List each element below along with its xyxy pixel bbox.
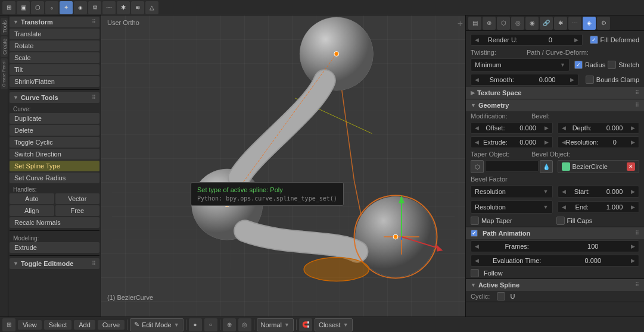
rp-icon-1[interactable]: ▤ [468,17,481,30]
bevel-object-field[interactable]: BezierCircle ✕ [558,160,640,173]
scale-btn[interactable]: Scale [10,52,99,63]
extrude-btn[interactable]: Extrude [10,242,99,253]
free-btn[interactable]: Free [55,205,100,216]
eval-time-field[interactable]: ◀ Evaluation Time: 0.000 ▶ [471,255,639,267]
transform-header[interactable]: ▼ Transform ⠿ [10,17,99,27]
translate-btn[interactable]: Translate [10,29,99,39]
toggle-cyclic-btn[interactable]: Toggle Cyclic [10,137,99,148]
path-anim-checkbox[interactable] [471,230,478,237]
duplicate-btn[interactable]: Duplicate [10,113,99,124]
top-icon-surface[interactable]: ▣ [17,1,30,14]
rp-icon-2[interactable]: ⊕ [483,17,496,30]
bounds-clamp-checkbox[interactable] [586,76,594,84]
top-icon-settings[interactable]: ⚙ [88,1,101,14]
render-u-left[interactable]: ◀ [475,37,479,43]
eval-left[interactable]: ◀ [475,258,479,264]
path-animation-header[interactable]: Path Animation ⠿ [466,227,644,239]
end-field[interactable]: ◀ End: 1.000 ▶ [558,201,640,213]
shrink-flatten-btn[interactable]: Shrink/Flatten [10,76,99,87]
stretch-checkbox[interactable] [608,61,616,69]
resolution-left[interactable]: ◀ [562,139,566,145]
rp-icon-6[interactable]: 🔗 [540,17,553,30]
taper-object-empty[interactable] [485,160,539,172]
cyclic-u-checkbox[interactable] [497,292,505,300]
tab-create[interactable]: Create [1,36,8,57]
top-icon-curve[interactable]: ⬦ [45,1,58,14]
eval-right[interactable]: ▶ [631,258,635,264]
offset-left[interactable]: ◀ [475,125,479,131]
top-icon-mesh[interactable]: ⊞ [2,1,15,14]
depth-left[interactable]: ◀ [562,125,566,131]
set-curve-radius-btn[interactable]: Set Curve Radius [10,173,99,183]
bevel-object-remove[interactable]: ✕ [627,162,635,171]
extrude-left[interactable]: ◀ [475,139,479,145]
end-right[interactable]: ▶ [631,204,635,210]
twisting-select[interactable]: Minimum ▼ [471,58,570,71]
viewport[interactable]: User Ortho + Set type of active spline: … [101,15,465,317]
render-u-right[interactable]: ▶ [574,37,578,43]
start-left[interactable]: ◀ [562,189,566,195]
rp-icon-5[interactable]: ◉ [525,17,539,30]
depth-field[interactable]: ◀ Depth: 0.000 ▶ [558,122,640,134]
rp-icon-9[interactable]: ◈ [583,17,596,30]
bb-mode-select[interactable]: ✎ Edit Mode ▼ [130,318,183,331]
bb-curve-menu[interactable]: Curve [98,320,125,330]
rp-icon-4[interactable]: ◎ [511,17,524,30]
start-field[interactable]: ◀ Start: 0.000 ▶ [558,186,640,198]
align-btn[interactable]: Align [10,205,54,216]
geometry-header[interactable]: ▼ Geometry ⠿ [466,99,644,111]
bb-shading-icon[interactable]: ● [189,318,202,331]
top-icon-extra4[interactable]: △ [145,1,158,14]
offset-field[interactable]: ◀ Offset: 0.000 ▶ [471,122,553,134]
offset-right[interactable]: ▶ [545,125,549,131]
top-icon-extra1[interactable]: ⋯ [102,1,116,14]
rp-icon-3[interactable]: ⬡ [497,17,510,30]
extrude-field[interactable]: ◀ Extrude: 0.000 ▶ [471,136,553,148]
bb-shading-icon2[interactable]: ○ [204,318,217,331]
render-u-field[interactable]: ◀ Render U: 0 ▶ [471,34,583,46]
map-taper-checkbox[interactable] [471,217,479,225]
auto-btn[interactable]: Auto [10,193,54,204]
rp-icon-7[interactable]: ✱ [554,17,567,30]
fill-caps-checkbox[interactable] [556,217,565,225]
bb-magnet-icon[interactable]: 🧲 [299,318,312,331]
toggle-editmode-header[interactable]: ▼ Toggle Editmode ⠿ [10,258,99,269]
top-icon-render[interactable]: ◈ [74,1,87,14]
bb-transform-icon[interactable]: ⊕ [223,318,236,331]
fill-deformed-checkbox[interactable] [590,36,598,44]
active-spline-header[interactable]: ▼ Active Spline ⠿ [466,279,644,291]
tilt-btn[interactable]: Tilt [10,64,99,75]
top-icon-extra2[interactable]: ✱ [117,1,130,14]
bb-normal-select[interactable]: Normal ▼ [257,318,294,331]
tab-grease-pencil[interactable]: Grease Pencil [1,58,8,89]
switch-direction-btn[interactable]: Switch Direction [10,149,99,159]
top-icon-active[interactable]: ✦ [60,1,73,14]
smooth-right[interactable]: ▶ [570,77,574,83]
depth-right[interactable]: ▶ [631,125,635,131]
delete-btn[interactable]: Delete [10,125,99,136]
tab-tools[interactable]: Tools [1,18,8,35]
recalc-normals-btn[interactable]: Recalc Normals [10,217,99,228]
smooth-left[interactable]: ◀ [475,77,479,83]
curve-tools-header[interactable]: ▼ Curve Tools ⠿ [10,92,99,103]
viewport-plus-icon[interactable]: + [458,19,463,29]
bb-pivot-icon[interactable]: ◎ [238,318,251,331]
rp-icon-8[interactable]: ⋯ [568,17,581,30]
frames-right[interactable]: ▶ [631,243,635,249]
extrude-right[interactable]: ▶ [545,139,549,145]
taper-eyedropper[interactable]: 💧 [540,160,553,173]
bb-mode-icon[interactable]: ⊞ [2,318,15,331]
frames-field[interactable]: ◀ Frames: 100 ▶ [471,240,639,252]
bb-view-menu[interactable]: View [18,320,42,330]
bb-snap-select[interactable]: Closest ▼ [315,318,353,331]
vector-btn[interactable]: Vector [55,193,100,204]
resolution-select-2[interactable]: Resolution ▼ [471,201,553,214]
rp-icon-10[interactable]: ⚙ [597,17,610,30]
top-icon-meta[interactable]: ⬡ [31,1,44,14]
bb-add-menu[interactable]: Add [74,320,95,330]
follow-checkbox[interactable] [471,269,479,277]
top-icon-extra3[interactable]: ≋ [131,1,144,14]
radius-checkbox[interactable] [574,61,583,69]
taper-icon-btn[interactable]: ⬡ [471,160,484,173]
resolution-select-1[interactable]: Resolution ▼ [471,185,553,198]
